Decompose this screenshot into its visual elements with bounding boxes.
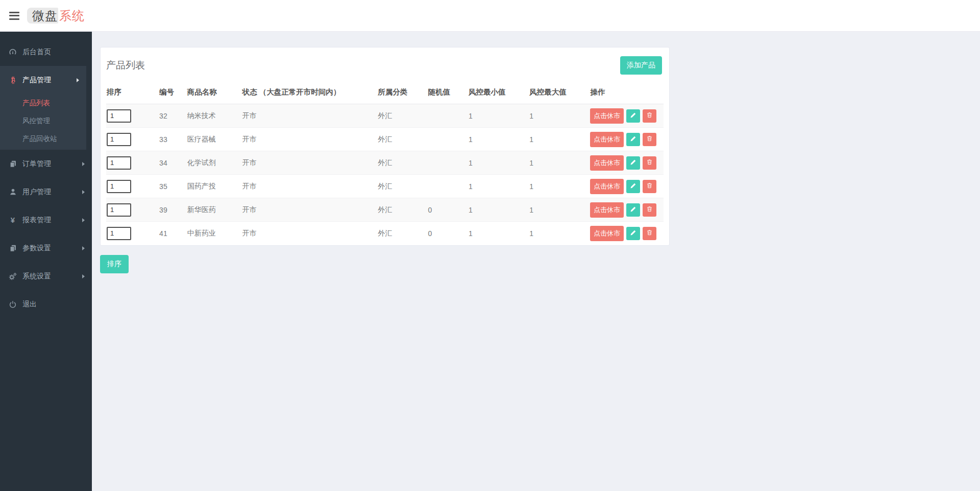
pencil-icon (630, 206, 636, 214)
sidebar-subitem-product-list[interactable]: 产品列表 (0, 94, 86, 112)
hamburger-icon[interactable] (8, 10, 20, 22)
sidebar-subitem-risk-management[interactable]: 风控管理 (0, 112, 86, 130)
edit-button[interactable] (626, 203, 640, 217)
sort-button[interactable]: 排序 (100, 255, 129, 273)
close-market-button[interactable]: 点击休市 (590, 132, 624, 147)
sidebar-group-product-management: 产品管理产品列表风控管理产品回收站 (0, 66, 86, 150)
risk-min-cell: 1 (464, 104, 525, 128)
product-id-cell: 41 (155, 222, 183, 245)
edit-button[interactable] (626, 109, 640, 123)
sidebar-item-dashboard[interactable]: 后台首页 (0, 38, 92, 66)
close-market-button[interactable]: 点击休市 (590, 155, 624, 171)
pencil-icon (630, 112, 636, 120)
pencil-icon (630, 229, 636, 238)
status-cell: 开市 (238, 198, 374, 222)
delete-button[interactable] (643, 203, 656, 217)
sidebar-item-report-management[interactable]: ¥报表管理 (0, 206, 92, 234)
trash-icon (646, 135, 653, 144)
risk-max-cell: 1 (525, 175, 586, 198)
random-value-cell: 0 (424, 222, 464, 245)
edit-button[interactable] (626, 156, 640, 170)
sort-order-input[interactable] (107, 156, 131, 170)
random-value-cell: 0 (424, 198, 464, 222)
sidebar-nav: 后台首页产品管理产品列表风控管理产品回收站订单管理用户管理¥报表管理参数设置系统… (0, 38, 92, 318)
delete-button[interactable] (643, 109, 656, 123)
product-id-cell: 34 (155, 151, 183, 175)
sort-cell (106, 222, 155, 245)
table-row: 35国药产投开市外汇11点击休市 (106, 175, 664, 198)
trash-icon (646, 229, 653, 238)
add-product-button[interactable]: 添加产品 (620, 56, 662, 75)
chevron-right-icon (82, 246, 85, 250)
delete-button[interactable] (643, 227, 656, 240)
table-row: 32纳米技术开市外汇11点击休市 (106, 104, 664, 128)
close-market-button[interactable]: 点击休市 (590, 108, 624, 124)
close-market-button[interactable]: 点击休市 (590, 226, 624, 241)
close-market-button[interactable]: 点击休市 (590, 179, 624, 194)
edit-button[interactable] (626, 180, 640, 193)
sidebar-item-logout[interactable]: 退出 (0, 290, 92, 318)
risk-max-cell: 1 (525, 198, 586, 222)
sidebar-item-order-management[interactable]: 订单管理 (0, 150, 92, 178)
pencil-icon (630, 159, 636, 167)
actions-cell: 点击休市 (586, 222, 664, 245)
status-cell: 开市 (238, 104, 374, 128)
sidebar-item-parameter-settings[interactable]: 参数设置 (0, 234, 92, 262)
sort-cell (106, 128, 155, 151)
sort-order-input[interactable] (107, 133, 131, 146)
app-logo[interactable]: 微盘系统 (27, 8, 85, 24)
table-header-row: 排序编号商品名称状态 （大盘正常开市时间内）所属分类随机值风控最小值风控最大值操… (106, 81, 664, 104)
column-header: 风控最小值 (464, 81, 525, 104)
top-bar: 微盘系统 (0, 0, 980, 32)
sort-cell (106, 198, 155, 222)
sort-order-input[interactable] (107, 109, 131, 123)
table-row: 34化学试剂开市外汇11点击休市 (106, 151, 664, 175)
trash-icon (646, 111, 653, 120)
risk-min-cell: 1 (464, 198, 525, 222)
sort-order-input[interactable] (107, 180, 131, 193)
user-icon (7, 188, 18, 196)
sidebar-submenu: 产品列表风控管理产品回收站 (0, 94, 86, 150)
column-header: 状态 （大盘正常开市时间内） (238, 81, 374, 104)
close-market-button[interactable]: 点击休市 (590, 202, 624, 218)
risk-max-cell: 1 (525, 151, 586, 175)
product-name-cell: 化学试剂 (183, 151, 238, 175)
sidebar-item-system-settings[interactable]: 系统设置 (0, 262, 92, 290)
delete-button[interactable] (643, 156, 656, 170)
column-header: 编号 (155, 81, 183, 104)
category-cell: 外汇 (374, 175, 424, 198)
sidebar-item-label: 订单管理 (22, 159, 51, 169)
copy-icon (7, 160, 18, 168)
edit-button[interactable] (626, 227, 640, 240)
trash-icon (646, 182, 653, 191)
sidebar-item-label: 产品管理 (22, 76, 51, 85)
product-name-cell: 纳米技术 (183, 104, 238, 128)
panel-header: 产品列表 添加产品 (101, 48, 669, 81)
sidebar-subitem-product-recycle[interactable]: 产品回收站 (0, 130, 86, 148)
sort-order-input[interactable] (107, 203, 131, 217)
sidebar-item-product-management[interactable]: 产品管理 (0, 66, 86, 94)
actions-cell: 点击休市 (586, 175, 664, 198)
copy-icon (7, 244, 18, 252)
risk-max-cell: 1 (525, 128, 586, 151)
sort-order-input[interactable] (107, 227, 131, 240)
risk-min-cell: 1 (464, 128, 525, 151)
sidebar-item-user-management[interactable]: 用户管理 (0, 178, 92, 206)
chevron-right-icon (82, 190, 85, 194)
power-icon (7, 300, 18, 309)
actions-cell: 点击休市 (586, 151, 664, 175)
risk-min-cell: 1 (464, 175, 525, 198)
edit-button[interactable] (626, 133, 640, 146)
dashboard-icon (7, 48, 18, 56)
delete-button[interactable] (643, 180, 656, 193)
row-actions: 点击休市 (590, 155, 659, 171)
trash-icon (646, 158, 653, 167)
category-cell: 外汇 (374, 198, 424, 222)
product-id-cell: 39 (155, 198, 183, 222)
row-actions: 点击休市 (590, 108, 659, 124)
actions-cell: 点击休市 (586, 104, 664, 128)
sort-cell (106, 104, 155, 128)
row-actions: 点击休市 (590, 226, 659, 241)
delete-button[interactable] (643, 133, 656, 146)
trash-icon (646, 205, 653, 214)
